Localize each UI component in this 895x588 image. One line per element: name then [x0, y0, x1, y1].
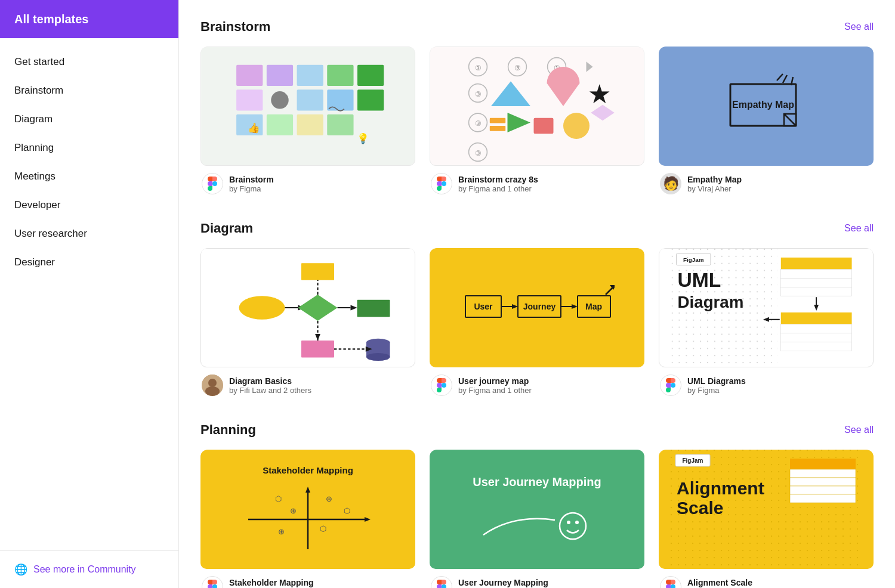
svg-text:Diagram: Diagram: [678, 293, 744, 311]
svg-rect-11: [267, 114, 293, 135]
svg-rect-12: [297, 114, 323, 135]
svg-rect-13: [327, 114, 353, 135]
svg-point-42: [239, 296, 285, 320]
svg-text:Map: Map: [585, 302, 602, 311]
svg-rect-29: [490, 126, 505, 131]
svg-rect-116: [790, 486, 856, 494]
empathy-map-svg: Empathy Map: [718, 72, 814, 138]
template-card-alignment-scale[interactable]: FigJam Alignment Scale: [659, 450, 874, 588]
diagram-basics-author: by Fifi Law and 2 others: [229, 386, 311, 395]
svg-rect-31: [534, 118, 554, 134]
svg-text:⊕: ⊕: [278, 527, 285, 536]
alignment-scale-name: Alignment Scale: [687, 578, 752, 587]
template-card-empathy-map[interactable]: Empathy Map 🧑 Empathy Map by Viraj Aher: [659, 47, 874, 197]
planning-template-grid: Stakeholder Mapping ⬡ ⊕ ⊕ ⬡ ⊕: [200, 450, 874, 588]
user-journey-map-thumbnail: User Journey Map: [430, 248, 644, 367]
svg-text:⊕: ⊕: [326, 494, 332, 503]
svg-point-106: [575, 521, 579, 524]
diagram-see-all[interactable]: See all: [844, 223, 874, 234]
user-journey-mapping-thumbnail: User Journey Mapping: [430, 450, 644, 569]
brainstorm-see-all[interactable]: See all: [844, 21, 874, 32]
svg-point-104: [560, 513, 586, 539]
fifi-avatar-svg: [202, 375, 223, 396]
svg-point-62: [208, 379, 217, 387]
stakeholder-name: Stakeholder Mapping: [229, 578, 314, 587]
svg-line-35: [783, 75, 787, 83]
brainstorm-section-header: Brainstorm See all: [200, 19, 874, 35]
brainstorm-section-title: Brainstorm: [200, 19, 270, 35]
template-card-crazy8[interactable]: ① ③ ① ③ ★: [430, 47, 644, 197]
see-more-community-link[interactable]: 🌐 See more in Community: [0, 550, 178, 588]
template-card-brainstorm-figma[interactable]: 👍 💡: [200, 47, 415, 197]
svg-text:👍: 👍: [248, 122, 260, 134]
svg-rect-84: [781, 278, 852, 287]
planning-section: Planning See all Stakeholder Mapping: [200, 422, 874, 588]
figma-logo-icon-4: [663, 378, 678, 392]
alignment-scale-meta: Alignment Scale by Figma: [687, 578, 752, 589]
diagram-section: Diagram See all: [200, 221, 874, 398]
uml-info: UML Diagrams by Figma: [659, 367, 874, 398]
crazy8-meta: Brainstorm crazy 8s by Figma and 1 other: [458, 175, 538, 193]
svg-point-32: [563, 113, 590, 139]
brainstorm-section: Brainstorm See all: [200, 19, 874, 197]
sidebar-item-developer[interactable]: Developer: [0, 191, 178, 219]
svg-rect-5: [236, 89, 263, 110]
brainstorm-figma-author: by Figma: [229, 184, 274, 193]
user-journey-map-avatar: [431, 375, 452, 396]
template-card-stakeholder[interactable]: Stakeholder Mapping ⬡ ⊕ ⊕ ⬡ ⊕: [200, 450, 415, 588]
svg-rect-9: [357, 89, 384, 110]
uml-author: by Figma: [687, 386, 746, 395]
planning-see-all[interactable]: See all: [844, 425, 874, 435]
svg-marker-30: [508, 113, 531, 132]
empathy-map-author: by Viraj Aher: [687, 184, 742, 193]
empathy-map-thumbnail: Empathy Map: [659, 47, 874, 166]
alignment-scale-thumbnail: FigJam Alignment Scale: [659, 450, 874, 569]
template-card-user-journey-mapping[interactable]: User Journey Mapping: [430, 450, 644, 588]
sidebar-title: All templates: [0, 0, 178, 38]
sidebar-item-diagram[interactable]: Diagram: [0, 105, 178, 134]
template-card-user-journey-map[interactable]: User Journey Map: [430, 248, 644, 398]
crazy8-thumbnail: ① ③ ① ③ ★: [430, 47, 644, 166]
crazy8-author: by Figma and 1 other: [458, 184, 538, 193]
diagram-basics-svg: [201, 249, 415, 367]
uml-svg: FigJam UML Diagram: [659, 249, 873, 367]
figma-logo-icon-6: [434, 580, 449, 588]
template-card-uml[interactable]: FigJam UML Diagram: [659, 248, 874, 398]
user-journey-map-svg: User Journey Map: [459, 278, 615, 338]
svg-text:⬡: ⬡: [320, 524, 326, 533]
sidebar-item-get-started[interactable]: Get started: [0, 48, 178, 76]
svg-rect-88: [781, 312, 852, 324]
user-journey-map-meta: User journey map by Figma and 1 other: [458, 376, 532, 395]
user-journey-mapping-info: User Journey Mapping by Figma: [430, 569, 644, 588]
svg-text:Journey: Journey: [523, 302, 556, 311]
svg-rect-7: [297, 89, 323, 110]
svg-text:⬡: ⬡: [275, 494, 282, 503]
svg-text:③: ③: [475, 119, 482, 128]
svg-rect-85: [781, 287, 852, 296]
svg-point-6: [271, 91, 289, 109]
uml-name: UML Diagrams: [687, 376, 746, 386]
sidebar-title-text: All templates: [14, 13, 88, 26]
brainstorm-figma-info: Brainstorm by Figma: [200, 166, 415, 197]
brainstorm-figma-avatar: [202, 173, 223, 194]
sidebar-item-brainstorm[interactable]: Brainstorm: [0, 76, 178, 105]
diagram-template-grid: Diagram Basics by Fifi Law and 2 others …: [200, 248, 874, 398]
svg-text:FigJam: FigJam: [683, 256, 704, 263]
globe-icon: 🌐: [14, 563, 27, 576]
template-card-diagram-basics[interactable]: Diagram Basics by Fifi Law and 2 others: [200, 248, 415, 398]
crazy8-avatar: [431, 173, 452, 194]
svg-text:UML: UML: [678, 269, 721, 291]
svg-rect-48: [301, 263, 334, 280]
svg-rect-117: [790, 494, 856, 503]
sidebar-item-planning[interactable]: Planning: [0, 134, 178, 162]
sidebar-item-meetings[interactable]: Meetings: [0, 162, 178, 191]
svg-rect-115: [790, 478, 856, 486]
sidebar-item-designer[interactable]: Designer: [0, 248, 178, 277]
figma-logo-icon-3: [434, 378, 449, 392]
see-more-label: See more in Community: [33, 564, 136, 575]
sidebar-item-user-researcher[interactable]: User researcher: [0, 219, 178, 248]
empathy-map-meta: Empathy Map by Viraj Aher: [687, 175, 742, 193]
figma-logo-icon: [205, 177, 220, 191]
svg-rect-0: [236, 65, 263, 86]
empathy-map-name: Empathy Map: [687, 175, 742, 184]
